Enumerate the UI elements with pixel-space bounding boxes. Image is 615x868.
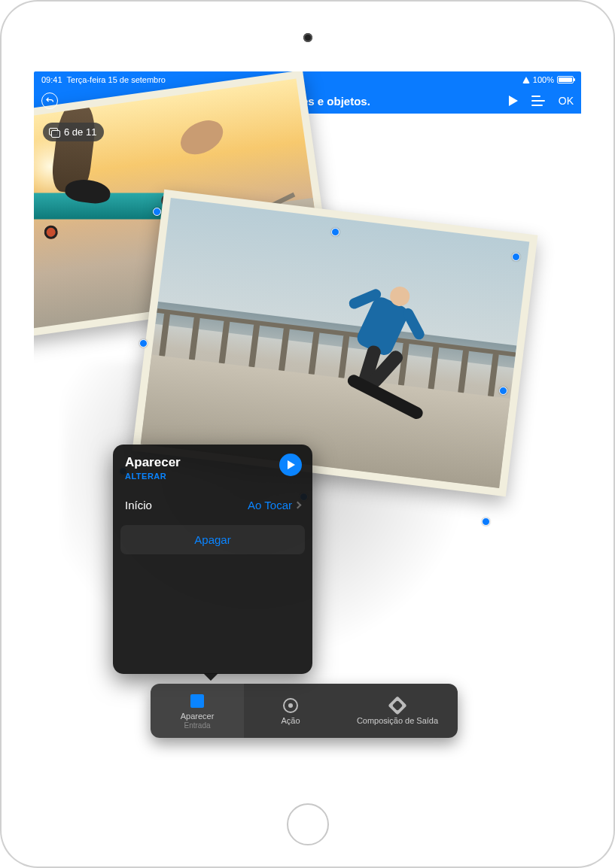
tab-action-label: Ação: [281, 716, 300, 725]
slide-counter-text: 6 de 11: [64, 126, 96, 138]
slides-icon: [49, 128, 59, 137]
action-icon: [283, 698, 298, 713]
animation-type-tabs: Aparecer Entrada Ação Composição de Saíd…: [151, 684, 458, 738]
popover-arrow: [203, 673, 218, 681]
tab-build-in-label: Aparecer: [181, 712, 215, 721]
tab-build-in[interactable]: Aparecer Entrada: [151, 684, 244, 738]
status-time: 09:41: [41, 75, 62, 84]
undo-button[interactable]: [41, 93, 58, 109]
tab-build-out[interactable]: Composição de Saída: [337, 684, 458, 738]
change-effect-button[interactable]: ALTERAR: [125, 472, 300, 481]
slide-counter-pill[interactable]: 6 de 11: [43, 123, 104, 141]
tab-action[interactable]: Ação: [244, 684, 337, 738]
status-date: Terça-feira 15 de setembro: [67, 75, 166, 84]
animation-popover: Aparecer ALTERAR Início Ao Tocar Apagar: [113, 445, 312, 674]
home-button[interactable]: [287, 803, 329, 845]
delete-animation-button[interactable]: Apagar: [120, 525, 305, 554]
wifi-icon: [522, 77, 530, 83]
start-row[interactable]: Início Ao Tocar: [113, 493, 312, 517]
effect-name: Aparecer: [125, 455, 300, 470]
start-value: Ao Tocar: [248, 499, 292, 511]
screen: 09:41 Terça-feira 15 de setembro 100% An…: [34, 71, 581, 793]
camera-dot: [303, 33, 312, 42]
battery-icon: [557, 76, 574, 83]
slide-canvas[interactable]: 6 de 11 Aparecer ALTERAR Início Ao Tocar…: [34, 114, 581, 793]
done-button[interactable]: OK: [559, 95, 574, 107]
tab-build-in-sub: Entrada: [184, 721, 210, 730]
build-in-icon: [190, 694, 204, 708]
tab-build-out-label: Composição de Saída: [357, 716, 438, 725]
battery-pct: 100%: [533, 75, 554, 84]
build-out-icon: [388, 696, 406, 715]
preview-animation-button[interactable]: [279, 454, 302, 476]
start-label: Início: [125, 499, 152, 511]
play-button[interactable]: [509, 96, 518, 106]
chevron-right-icon: [294, 502, 302, 509]
build-order-button[interactable]: [531, 96, 545, 106]
ipad-frame: 09:41 Terça-feira 15 de setembro 100% An…: [0, 0, 615, 868]
play-icon: [288, 460, 295, 469]
status-bar: 09:41 Terça-feira 15 de setembro 100%: [34, 71, 581, 88]
